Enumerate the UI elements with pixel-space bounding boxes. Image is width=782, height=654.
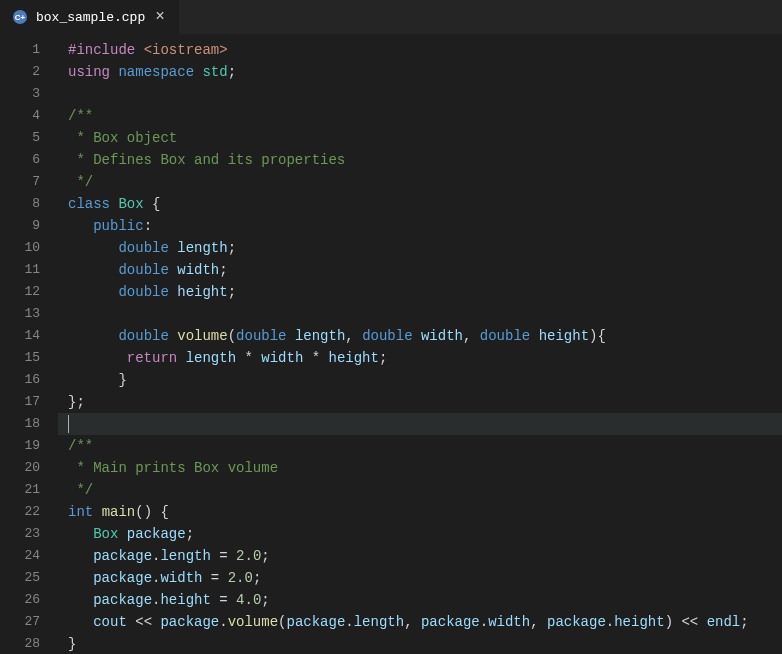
code-line: return length * width * height; [58,347,782,369]
line-number: 16 [0,369,40,391]
line-number: 1 [0,39,40,61]
code-line: * Box object [58,127,782,149]
editor: 1234567891011121314151617181920212223242… [0,35,782,654]
code-line: #include <iostream> [58,39,782,61]
tab-filename: box_sample.cpp [36,10,145,25]
code-line: */ [58,171,782,193]
line-number: 17 [0,391,40,413]
line-number: 21 [0,479,40,501]
line-number: 20 [0,457,40,479]
code-line: */ [58,479,782,501]
line-number: 10 [0,237,40,259]
file-tab[interactable]: C+ box_sample.cpp × [0,0,179,34]
line-gutter: 1234567891011121314151617181920212223242… [0,35,58,654]
code-line [58,303,782,325]
line-number: 7 [0,171,40,193]
code-line: /** [58,435,782,457]
code-line: /** [58,105,782,127]
line-number: 9 [0,215,40,237]
code-line: }; [58,391,782,413]
tab-bar: C+ box_sample.cpp × [0,0,782,35]
line-number: 25 [0,567,40,589]
code-line: class Box { [58,193,782,215]
code-line: double length; [58,237,782,259]
code-line: Box package; [58,523,782,545]
line-number: 18 [0,413,40,435]
code-area[interactable]: #include <iostream> using namespace std;… [58,35,782,654]
line-number: 6 [0,149,40,171]
line-number: 22 [0,501,40,523]
line-number: 2 [0,61,40,83]
code-line [58,83,782,105]
line-number: 4 [0,105,40,127]
line-number: 5 [0,127,40,149]
line-number: 8 [0,193,40,215]
code-line: public: [58,215,782,237]
code-line: * Defines Box and its properties [58,149,782,171]
line-number: 26 [0,589,40,611]
code-line: double width; [58,259,782,281]
cursor [68,415,69,433]
line-number: 11 [0,259,40,281]
code-line: package.length = 2.0; [58,545,782,567]
line-number: 19 [0,435,40,457]
svg-text:C+: C+ [15,13,26,22]
code-line: double volume(double length, double widt… [58,325,782,347]
code-line: using namespace std; [58,61,782,83]
cpp-file-icon: C+ [12,9,28,25]
line-number: 13 [0,303,40,325]
code-line: double height; [58,281,782,303]
code-line: } [58,369,782,391]
line-number: 3 [0,83,40,105]
code-line: * Main prints Box volume [58,457,782,479]
line-number: 14 [0,325,40,347]
code-line: } [58,633,782,654]
line-number: 28 [0,633,40,654]
line-number: 12 [0,281,40,303]
line-number: 23 [0,523,40,545]
code-line: cout << package.volume(package.length, p… [58,611,782,633]
line-number: 27 [0,611,40,633]
line-number: 15 [0,347,40,369]
code-line: int main() { [58,501,782,523]
close-icon[interactable]: × [153,7,167,27]
code-line-current [58,413,782,435]
code-line: package.width = 2.0; [58,567,782,589]
code-line: package.height = 4.0; [58,589,782,611]
line-number: 24 [0,545,40,567]
